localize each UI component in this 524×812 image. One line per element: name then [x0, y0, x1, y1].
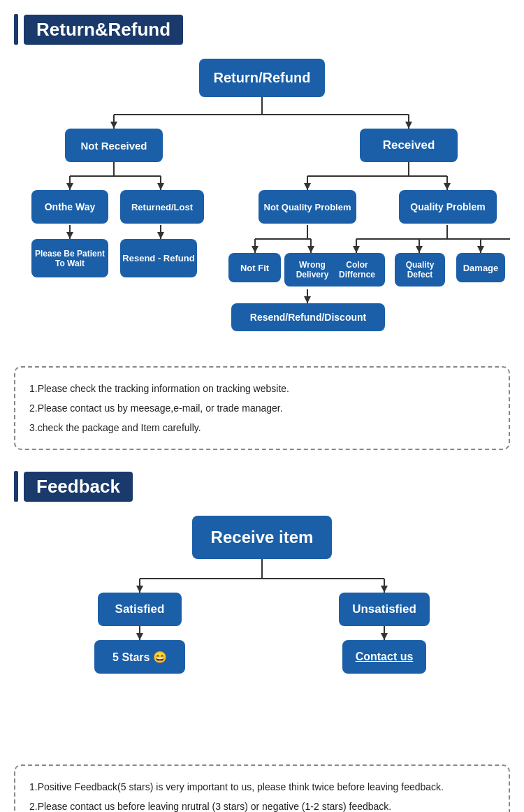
info-line-2: 2.Please contact us by meesage,e-mail, o…	[29, 398, 495, 418]
header-bar	[14, 14, 18, 45]
node-resend-refund: Resend - Refund	[120, 239, 197, 277]
svg-marker-6	[405, 122, 412, 129]
svg-marker-15	[66, 232, 73, 239]
svg-marker-17	[157, 232, 164, 239]
node-resend-refund-discount: Resend/Refund/Discount	[231, 303, 385, 331]
svg-marker-31	[307, 246, 314, 253]
feedback-info-box: 1.Positive Feedback(5 stars) is very imp…	[14, 764, 510, 812]
return-flowchart: Return/Refund Not Received Received Onth…	[14, 59, 510, 359]
node-satisfied: Satisfied	[98, 593, 182, 626]
header-bar-2	[14, 471, 18, 502]
svg-marker-35	[353, 246, 360, 253]
svg-marker-21	[304, 183, 311, 190]
node-quality-problem: Quality Problem	[399, 190, 497, 224]
node-color-diff: Color Differnce	[329, 253, 385, 287]
return-refund-section: Return&Refund	[14, 14, 510, 450]
node-not-quality: Not Quality Problem	[259, 190, 356, 224]
feedback-info-line-1: 1.Positive Feedback(5 stars) is very imp…	[29, 777, 495, 797]
feedback-section: Feedback Receive item Satisfied Unsati	[14, 471, 510, 812]
section1-header: Return&Refund	[14, 14, 510, 45]
svg-marker-28	[252, 246, 259, 253]
node-returned-lost: Returned/Lost	[120, 190, 204, 224]
node-unsatisfied: Unsatisfied	[339, 593, 430, 626]
node-five-stars: 5 Stars 😄	[94, 640, 185, 674]
node-please-wait: Please Be Patient To Wait	[31, 239, 108, 277]
svg-marker-37	[416, 246, 423, 253]
svg-marker-10	[66, 183, 73, 190]
svg-marker-41	[304, 296, 311, 303]
svg-marker-39	[477, 246, 484, 253]
return-info-box: 1.Please check the tracking information …	[14, 366, 510, 450]
node-quality-defect: Quality Defect	[395, 253, 445, 287]
node-damage: Damage	[456, 253, 505, 282]
svg-marker-13	[157, 183, 164, 190]
svg-marker-49	[136, 633, 143, 640]
node-contact-us[interactable]: Contact us	[342, 640, 426, 674]
node-not-received: Not Received	[65, 129, 163, 162]
svg-marker-47	[381, 586, 388, 593]
section2-header: Feedback	[14, 471, 510, 502]
node-root: Return/Refund	[199, 59, 325, 97]
svg-marker-45	[136, 586, 143, 593]
section1-title: Return&Refund	[24, 15, 183, 45]
node-on-the-way: Onthe Way	[31, 190, 108, 224]
section2-title: Feedback	[24, 472, 133, 502]
svg-marker-24	[444, 183, 451, 190]
node-not-fit: Not Fit	[228, 253, 281, 282]
svg-marker-3	[110, 122, 117, 129]
svg-marker-51	[381, 633, 388, 640]
info-line-3: 3.check the package and Item carefully.	[29, 418, 495, 437]
feedback-flowchart: Receive item Satisfied Unsatisfied 5 Sta…	[14, 516, 510, 753]
node-receive-item: Receive item	[192, 516, 332, 559]
feedback-info-line-2: 2.Please contact us before leaving nrutr…	[29, 797, 495, 812]
info-line-1: 1.Please check the tracking information …	[29, 379, 495, 398]
node-received: Received	[360, 129, 458, 162]
